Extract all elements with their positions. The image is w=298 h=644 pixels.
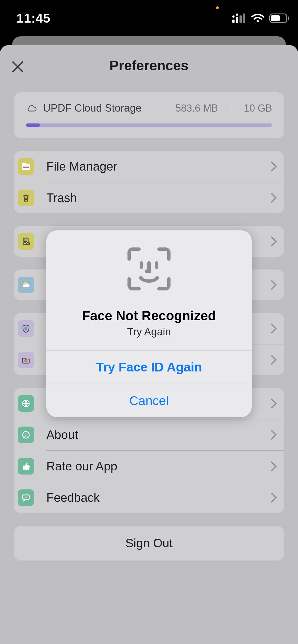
cellular-icon <box>232 14 246 23</box>
svg-point-6 <box>257 20 259 22</box>
svg-rect-2 <box>240 15 242 23</box>
try-again-button[interactable]: Try Face ID Again <box>46 350 252 384</box>
alert-subtitle: Try Again <box>55 326 243 338</box>
battery-icon <box>269 14 290 23</box>
cancel-label: Cancel <box>129 393 169 408</box>
svg-rect-1 <box>236 17 238 23</box>
status-time: 11:45 <box>17 11 50 26</box>
try-again-label: Try Face ID Again <box>96 360 202 374</box>
svg-rect-0 <box>232 20 235 23</box>
svg-point-4 <box>232 15 235 18</box>
svg-point-5 <box>236 14 238 16</box>
status-right <box>232 14 290 23</box>
alert-body: Face Not Recognized Try Again <box>46 230 252 350</box>
cancel-button[interactable]: Cancel <box>46 384 252 417</box>
faceid-alert: Face Not Recognized Try Again Try Face I… <box>46 230 252 417</box>
svg-rect-8 <box>288 17 289 20</box>
recording-indicator-dot <box>216 6 219 9</box>
faceid-icon <box>124 244 174 294</box>
status-bar: 11:45 <box>0 0 298 36</box>
alert-title: Face Not Recognized <box>55 308 243 323</box>
wifi-icon <box>251 14 264 23</box>
svg-rect-3 <box>243 14 245 23</box>
svg-rect-9 <box>271 15 280 21</box>
